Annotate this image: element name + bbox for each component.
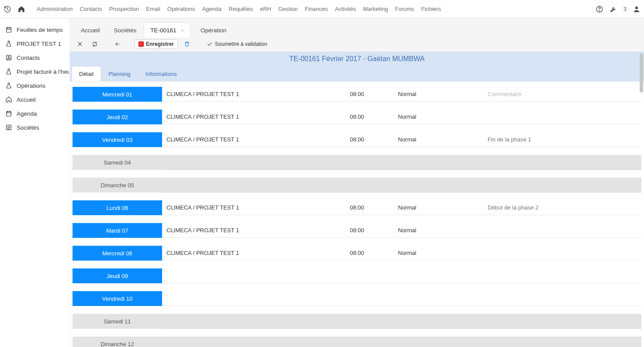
time-cell[interactable]	[346, 178, 394, 192]
time-entry[interactable]	[162, 178, 641, 192]
project-cell[interactable]	[162, 291, 346, 306]
wrench-icon[interactable]	[609, 5, 617, 13]
time-entry[interactable]: CLIMECA / PROJET TEST 108:00NormalDébut …	[162, 200, 641, 215]
delete-button[interactable]	[181, 40, 193, 48]
project-cell[interactable]	[162, 268, 346, 283]
type-cell[interactable]: Normal	[394, 223, 483, 238]
type-cell[interactable]	[394, 155, 483, 170]
sidebar-item-contacts[interactable]: Contacts	[0, 51, 69, 65]
nav-email[interactable]: Email	[146, 6, 160, 12]
time-entry[interactable]	[162, 268, 641, 283]
time-cell[interactable]: 08:00	[346, 132, 394, 147]
tab-societes[interactable]: Sociétés	[107, 22, 143, 38]
project-cell[interactable]: CLIMECA / PROJET TEST 1	[162, 132, 346, 147]
nav-finances[interactable]: Finances	[305, 6, 328, 12]
subtab-informations[interactable]: Informations	[138, 66, 184, 81]
comment-cell[interactable]: Début de la phase 2	[483, 200, 641, 215]
sidebar-item-feuilles-de-temps[interactable]: Feuilles de temps	[0, 23, 69, 37]
time-cell[interactable]	[346, 314, 394, 329]
scrollbar[interactable]	[640, 52, 643, 347]
time-cell[interactable]	[346, 291, 394, 306]
nav-erh[interactable]: eRH	[260, 6, 271, 12]
project-cell[interactable]: CLIMECA / PROJET TEST 1	[162, 246, 346, 261]
project-cell[interactable]	[162, 178, 346, 192]
time-entry[interactable]: CLIMECA / PROJET TEST 108:00Normal	[162, 223, 641, 238]
type-cell[interactable]	[394, 291, 483, 306]
nav-opérations[interactable]: Opérations	[167, 6, 195, 12]
time-cell[interactable]: 08:00	[346, 223, 394, 238]
type-cell[interactable]: Normal	[394, 87, 483, 102]
sidebar-item-projet-test-1[interactable]: PROJET TEST 1	[0, 37, 69, 51]
history-icon[interactable]	[3, 5, 11, 13]
time-entry[interactable]	[162, 337, 641, 347]
time-cell[interactable]: 08:00	[346, 110, 394, 124]
refresh-button[interactable]	[89, 40, 100, 48]
nav-gestion[interactable]: Gestion	[278, 6, 298, 12]
comment-cell[interactable]	[483, 337, 641, 347]
project-cell[interactable]: CLIMECA / PROJET TEST 1	[162, 200, 346, 215]
type-cell[interactable]: Normal	[394, 246, 483, 261]
comment-cell[interactable]: Commentaire	[483, 87, 641, 102]
tab-accueil[interactable]: Accueil	[74, 22, 107, 38]
nav-fichiers[interactable]: Fichiers	[421, 6, 441, 12]
sidebar-item-agenda[interactable]: Agenda	[0, 107, 69, 120]
nav-marketing[interactable]: Marketing	[363, 6, 388, 12]
comment-cell[interactable]	[483, 291, 641, 306]
comment-cell[interactable]	[483, 155, 641, 170]
time-entry[interactable]: CLIMECA / PROJET TEST 108:00NormalFin de…	[162, 132, 641, 147]
save-button[interactable]: Enregistrer	[135, 39, 178, 49]
user-icon[interactable]	[633, 5, 641, 13]
nav-contacts[interactable]: Contacts	[80, 6, 102, 12]
time-cell[interactable]: 08:00	[346, 200, 394, 215]
type-cell[interactable]	[394, 314, 483, 329]
help-icon[interactable]	[596, 5, 603, 13]
comment-cell[interactable]	[483, 268, 641, 283]
comment-cell[interactable]	[483, 246, 641, 261]
close-record-button[interactable]	[74, 40, 86, 48]
project-cell[interactable]: CLIMECA / PROJET TEST 1	[162, 87, 346, 102]
time-cell[interactable]: 08:00	[346, 246, 394, 261]
nav-activités[interactable]: Activités	[335, 6, 356, 12]
time-cell[interactable]	[346, 155, 394, 170]
time-entry[interactable]	[162, 314, 641, 329]
submit-button[interactable]: Soumettre à validation	[204, 40, 270, 48]
project-cell[interactable]	[162, 337, 346, 347]
project-cell[interactable]	[162, 155, 346, 170]
comment-cell[interactable]	[483, 110, 641, 124]
nav-prospection[interactable]: Prospection	[109, 6, 139, 12]
time-entry[interactable]	[162, 155, 641, 170]
nav-requêtes[interactable]: Requêtes	[229, 6, 253, 12]
project-cell[interactable]	[162, 314, 346, 329]
sidebar-item-projet-factur-l-heure[interactable]: Projet facturé à l'heure	[0, 65, 69, 79]
close-icon[interactable]: ×	[180, 27, 184, 34]
time-entry[interactable]	[162, 291, 641, 306]
nav-forums[interactable]: Forums	[395, 6, 414, 12]
time-cell[interactable]: 08:00	[346, 87, 394, 102]
home-icon[interactable]	[17, 5, 25, 13]
project-cell[interactable]: CLIMECA / PROJET TEST 1	[162, 110, 346, 124]
comment-cell[interactable]	[483, 178, 641, 192]
type-cell[interactable]: Normal	[394, 132, 483, 147]
tab-operation[interactable]: Opération	[194, 22, 233, 38]
time-entry[interactable]: CLIMECA / PROJET TEST 108:00Normal	[162, 246, 641, 261]
nav-administration[interactable]: Administration	[37, 6, 73, 12]
project-cell[interactable]: CLIMECA / PROJET TEST 1	[162, 223, 346, 238]
type-cell[interactable]: Normal	[394, 200, 483, 215]
notif-count[interactable]: 3	[623, 6, 627, 12]
nav-agenda[interactable]: Agenda	[202, 6, 222, 12]
time-cell[interactable]	[346, 268, 394, 283]
type-cell[interactable]	[394, 268, 483, 283]
time-entry[interactable]: CLIMECA / PROJET TEST 108:00NormalCommen…	[162, 87, 641, 102]
sidebar-item-soci-t-s[interactable]: Sociétés	[0, 120, 69, 134]
comment-cell[interactable]: Fin de la phase 1	[483, 132, 641, 147]
type-cell[interactable]	[394, 178, 483, 192]
comment-cell[interactable]	[483, 223, 641, 238]
time-entry[interactable]: CLIMECA / PROJET TEST 108:00Normal	[162, 110, 641, 124]
comment-cell[interactable]	[483, 314, 641, 329]
sidebar-item-op-rations[interactable]: Opérations	[0, 79, 69, 93]
subtab-détail[interactable]: Détail	[72, 66, 101, 81]
time-cell[interactable]	[346, 337, 394, 347]
type-cell[interactable]: Normal	[394, 110, 483, 124]
type-cell[interactable]	[394, 337, 483, 347]
tab-record[interactable]: TE-00161 ×	[144, 22, 190, 38]
